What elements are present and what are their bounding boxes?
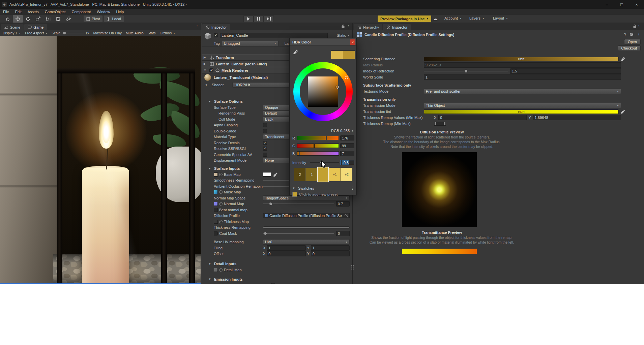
- normal-map-thumbnail[interactable]: [214, 202, 218, 206]
- menu-gameobject[interactable]: GameObject: [42, 9, 69, 15]
- tab-scene[interactable]: Scene: [1, 24, 24, 30]
- rotate-tool-button[interactable]: [23, 15, 33, 23]
- color-mode-dropdown[interactable]: RGB 0-255▼: [331, 129, 354, 133]
- offset-x-field[interactable]: 0: [267, 251, 305, 256]
- saturation-value-box[interactable]: [308, 76, 338, 107]
- hdr-popup-titlebar[interactable]: HDR Color: [290, 38, 356, 46]
- preset-plus-1[interactable]: +1: [329, 168, 341, 181]
- bent-normal-checkbox[interactable]: [214, 208, 218, 212]
- base-uv-dropdown[interactable]: UV0▼: [263, 239, 350, 245]
- base-color-swatch[interactable]: [263, 172, 271, 177]
- menu-window[interactable]: Window: [94, 9, 113, 15]
- object-picker-icon[interactable]: [219, 220, 223, 223]
- gizmos-dropdown[interactable]: Gizmos▼: [160, 31, 176, 35]
- object-picker-icon[interactable]: [219, 268, 223, 272]
- tab-hierarchy[interactable]: Hierarchy: [354, 24, 382, 30]
- layers-dropdown[interactable]: Layers▼: [469, 16, 485, 20]
- scale-slider-handle[interactable]: [63, 32, 66, 34]
- preset-plus-2[interactable]: +2: [341, 168, 352, 181]
- custom-tool-button[interactable]: [63, 15, 74, 23]
- pause-button[interactable]: [254, 15, 264, 22]
- receive-decals-checkbox[interactable]: [263, 141, 267, 145]
- tiling-x-field[interactable]: 1: [267, 245, 305, 251]
- preset-minus-2[interactable]: -2: [294, 168, 305, 181]
- preview-packages-button[interactable]: Preview Packages in Use▼: [378, 15, 431, 22]
- play-button[interactable]: [243, 15, 254, 22]
- transmission-tint-hdr-field[interactable]: HDR: [424, 109, 619, 114]
- local-toggle[interactable]: Local: [104, 15, 123, 22]
- hue-wheel-cursor[interactable]: [345, 76, 348, 79]
- saturation-value-cursor[interactable]: [336, 86, 339, 89]
- object-picker-icon[interactable]: [219, 173, 223, 176]
- panel-menu-icon[interactable]: ⋮: [347, 25, 350, 29]
- tab-menu-icon[interactable]: ⋮: [195, 25, 199, 29]
- mesh-renderer-checkbox[interactable]: [209, 68, 213, 72]
- emission-inputs-header[interactable]: ▼Emission Inputs: [202, 276, 352, 282]
- coat-mask-value-field[interactable]: 0: [336, 231, 350, 236]
- open-button[interactable]: Open: [624, 39, 641, 44]
- menu-file[interactable]: File: [0, 9, 12, 15]
- alpha-clipping-checkbox[interactable]: [263, 123, 267, 127]
- display-dropdown[interactable]: Display 1▼: [3, 31, 21, 35]
- layout-dropdown[interactable]: Layout▼: [493, 16, 508, 20]
- offset-y-field[interactable]: 0: [311, 251, 350, 256]
- saved-swatch[interactable]: [292, 192, 297, 197]
- thickness-remapping-minmax-slider[interactable]: [263, 226, 350, 228]
- geometric-specular-aa-checkbox[interactable]: [263, 153, 267, 157]
- coat-mask-slider[interactable]: [263, 231, 334, 236]
- red-channel-field[interactable]: 176: [340, 135, 354, 140]
- object-picker-icon[interactable]: [219, 190, 223, 194]
- aspect-dropdown[interactable]: Free Aspect▼: [25, 31, 48, 35]
- blue-channel-field[interactable]: 7: [340, 151, 354, 156]
- stats-toggle[interactable]: Stats: [148, 31, 156, 35]
- maximize-button[interactable]: □: [614, 0, 629, 9]
- minimize-button[interactable]: –: [599, 0, 614, 9]
- ior-slider[interactable]: [424, 69, 508, 73]
- eyedropper-icon[interactable]: [621, 57, 625, 61]
- texturing-mode-dropdown[interactable]: Pre- and post-scatter▼: [424, 89, 621, 94]
- lock-icon[interactable]: [633, 24, 637, 29]
- detail-inputs-header[interactable]: ▼Detail Inputs: [202, 261, 352, 267]
- panel-menu-icon[interactable]: ⋮: [637, 32, 641, 37]
- mask-map-thumbnail[interactable]: [214, 190, 218, 194]
- close-button[interactable]: ×: [629, 0, 644, 9]
- move-tool-button[interactable]: [13, 15, 23, 23]
- preset-minus-1[interactable]: -1: [305, 168, 317, 181]
- active-checkbox[interactable]: [214, 33, 218, 37]
- eyedropper-icon[interactable]: [621, 109, 625, 114]
- tab-inspector[interactable]: Inspector: [202, 24, 230, 30]
- base-map-thumbnail[interactable]: [214, 172, 218, 177]
- diffusion-profile-object-field[interactable]: Candle Diffusion Profile (Diffusion Prof…: [263, 213, 350, 218]
- double-sided-checkbox[interactable]: [263, 129, 267, 133]
- help-icon[interactable]: ?: [624, 32, 626, 37]
- menu-assets[interactable]: Assets: [25, 9, 42, 15]
- mute-audio-toggle[interactable]: Mute Audio: [126, 31, 144, 35]
- eyedropper-icon[interactable]: [293, 49, 298, 55]
- ior-field[interactable]: 1.5: [510, 68, 621, 74]
- thickness-map-thumbnail[interactable]: [214, 220, 218, 224]
- scale-slider[interactable]: Scale1x: [52, 31, 89, 35]
- checkout-button[interactable]: Checkout: [618, 45, 641, 51]
- game-viewport[interactable]: [0, 36, 201, 284]
- swatches-menu-icon[interactable]: ⋮: [351, 186, 354, 190]
- normal-map-slider[interactable]: [263, 202, 334, 206]
- hand-tool-button[interactable]: [3, 15, 13, 23]
- use-emission-checkbox[interactable]: [271, 283, 275, 284]
- green-channel-field[interactable]: 99: [340, 143, 354, 148]
- tab-game[interactable]: Game: [24, 24, 47, 30]
- pivot-toggle[interactable]: Pivot: [84, 15, 103, 22]
- thickness-x-field[interactable]: 0: [438, 115, 526, 120]
- menu-help[interactable]: Help: [113, 9, 127, 15]
- panel-splitter-handle[interactable]: [351, 265, 355, 270]
- object-name-field[interactable]: Lantern_Candle: [220, 33, 328, 38]
- thickness-remap-minmax-slider[interactable]: [434, 122, 446, 126]
- receive-ssr-checkbox[interactable]: [263, 147, 267, 151]
- maximize-on-play-toggle[interactable]: Maximize On Play: [93, 31, 122, 35]
- transform-tool-button[interactable]: [53, 15, 63, 23]
- green-channel-slider[interactable]: [297, 144, 339, 148]
- world-scale-field[interactable]: 1: [424, 74, 621, 80]
- account-dropdown[interactable]: Account▼: [444, 16, 462, 20]
- detail-map-thumbnail[interactable]: [214, 268, 218, 272]
- preset-current[interactable]: [317, 167, 329, 182]
- normal-map-value-field[interactable]: 0.7: [336, 201, 350, 207]
